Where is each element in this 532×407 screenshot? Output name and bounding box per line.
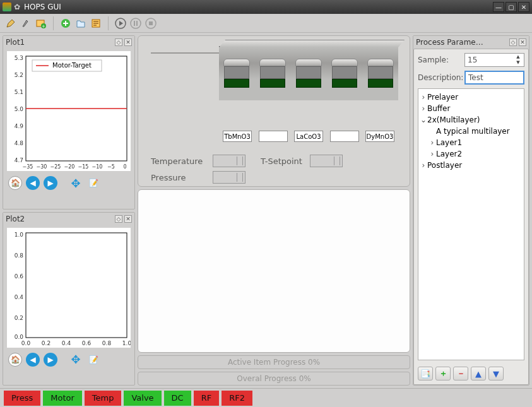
tree-item[interactable]: ›Buffer: [420, 103, 523, 114]
play-icon[interactable]: [114, 16, 127, 30]
tree-up-button[interactable]: ▲: [471, 367, 486, 380]
close-button[interactable]: ✕: [518, 2, 529, 12]
plot1-home-icon[interactable]: 🏠: [8, 176, 22, 190]
svg-rect-7: [134, 21, 135, 26]
tree-remove-button[interactable]: －: [453, 367, 468, 380]
plot1-close-button[interactable]: ✕: [124, 38, 132, 46]
plot1-config-icon[interactable]: 📝: [86, 176, 100, 190]
cassette-5[interactable]: [367, 59, 394, 100]
plot2-close-button[interactable]: ✕: [124, 215, 132, 223]
tree-item[interactable]: ›Prelayer: [420, 91, 523, 103]
cassette-2-label[interactable]: [259, 131, 288, 142]
plot2-float-button[interactable]: ◇: [115, 215, 122, 223]
cassette-3[interactable]: [295, 59, 322, 100]
cassette-1-label[interactable]: TbMnO3: [223, 131, 252, 142]
main-toolbar: +: [0, 14, 532, 33]
status-press[interactable]: Press: [4, 391, 40, 406]
svg-text:0.4: 0.4: [62, 340, 71, 346]
plot2-config-icon[interactable]: 📝: [86, 353, 100, 367]
cassette-2[interactable]: [259, 59, 287, 100]
plot2-toolbar: 🏠 ◀ ▶ ✥ 📝: [3, 350, 134, 370]
plot2-back-icon[interactable]: ◀: [26, 353, 40, 367]
svg-point-6: [131, 18, 141, 28]
tree-item[interactable]: ›Layer2: [420, 148, 523, 160]
status-rf2[interactable]: RF2: [222, 391, 252, 406]
svg-text:−5: −5: [107, 164, 115, 170]
add-icon[interactable]: [59, 16, 73, 30]
open-icon[interactable]: [74, 16, 88, 30]
svg-text:1.0: 1.0: [15, 232, 24, 238]
pressure-label: Pressure: [151, 173, 208, 182]
svg-text:−35: −35: [23, 164, 33, 170]
overall-progress: Overal Progress 0%: [138, 372, 410, 386]
tree-item[interactable]: ›Postlayer: [420, 160, 523, 171]
svg-text:0.6: 0.6: [15, 273, 24, 280]
svg-text:1.0: 1.0: [122, 340, 131, 346]
plot1-canvas[interactable]: 5.3 5.2 5.1 5.0 4.9 4.8 4.7 −35 −30 −25: [7, 51, 131, 171]
window-menu-icon[interactable]: ✿: [14, 3, 20, 11]
minimize-button[interactable]: —: [493, 2, 504, 12]
tree-item[interactable]: ⌄2x(Multilayer): [420, 114, 523, 126]
status-valve[interactable]: Valve: [124, 391, 161, 406]
log-panel[interactable]: [138, 189, 410, 353]
plot2-panel: Plot2 ◇ ✕ 1.0 0.8 0.6 0.4 0.2 0.0: [3, 212, 135, 386]
svg-text:0.8: 0.8: [102, 340, 112, 346]
cassette-5-label[interactable]: DyMnO3: [365, 131, 394, 142]
svg-text:5.3: 5.3: [15, 55, 23, 61]
edit-icon[interactable]: [4, 16, 18, 30]
tree-import-button[interactable]: 📑: [418, 367, 433, 380]
tree-add-button[interactable]: ＋: [435, 367, 451, 380]
cassette-3-label[interactable]: LaCoO3: [294, 131, 323, 142]
cassette-1[interactable]: [223, 59, 251, 100]
tree-item[interactable]: A typical multilayer: [420, 126, 523, 137]
tree-item[interactable]: ›Layer1: [420, 137, 523, 148]
status-temp[interactable]: Temp: [85, 391, 122, 406]
svg-text:0.2: 0.2: [42, 340, 50, 346]
maximize-button[interactable]: ▢: [505, 2, 517, 12]
image-add-icon[interactable]: +: [34, 16, 48, 30]
process-close-button[interactable]: ✕: [519, 38, 526, 46]
process-parameters-panel: Process Parame… ◇ ✕ Sample: 15 ▲▼ Descri…: [413, 35, 529, 386]
svg-text:4.7: 4.7: [15, 157, 23, 163]
plot1-forward-icon[interactable]: ▶: [44, 176, 57, 190]
description-input[interactable]: Test: [464, 71, 524, 85]
pick-icon[interactable]: [19, 16, 33, 30]
sample-up-icon[interactable]: ▲: [514, 54, 523, 60]
pressure-readout[interactable]: [213, 171, 245, 184]
svg-text:−20: −20: [64, 164, 75, 170]
svg-rect-10: [149, 21, 153, 25]
svg-text:5.2: 5.2: [15, 72, 23, 78]
cassette-4[interactable]: [331, 59, 358, 100]
svg-text:+: +: [42, 24, 45, 28]
stop-icon[interactable]: [144, 16, 158, 30]
tsetpoint-readout[interactable]: [310, 155, 343, 167]
status-motor[interactable]: Motor: [43, 391, 82, 406]
status-rf[interactable]: RF: [194, 391, 220, 406]
plot1-legend: Motor-Target: [52, 62, 92, 69]
pause-icon[interactable]: [129, 16, 143, 30]
process-float-button[interactable]: ◇: [509, 38, 517, 46]
svg-text:−10: −10: [92, 164, 103, 170]
plot1-float-button[interactable]: ◇: [115, 38, 122, 46]
tree-down-button[interactable]: ▼: [488, 367, 504, 380]
plot2-home-icon[interactable]: 🏠: [8, 353, 22, 367]
status-dc[interactable]: DC: [164, 391, 191, 406]
sample-label: Sample:: [418, 56, 462, 64]
plot2-pan-icon[interactable]: ✥: [69, 353, 83, 367]
temperature-readout[interactable]: [213, 155, 245, 167]
plot1-pan-icon[interactable]: ✥: [69, 176, 83, 190]
svg-text:5.0: 5.0: [15, 106, 24, 112]
svg-text:0.0: 0.0: [21, 340, 31, 346]
svg-text:−30: −30: [37, 164, 47, 170]
svg-text:4.9: 4.9: [15, 123, 24, 129]
script-icon[interactable]: [89, 16, 103, 30]
svg-text:4.8: 4.8: [15, 140, 24, 146]
sample-down-icon[interactable]: ▼: [514, 60, 523, 66]
plot2-canvas[interactable]: 1.0 0.8 0.6 0.4 0.2 0.0 0.0 0.2 0.4 0.6: [7, 228, 131, 348]
plot1-back-icon[interactable]: ◀: [26, 176, 40, 190]
sample-spinbox[interactable]: 15 ▲▼: [464, 53, 524, 67]
cassette-4-label[interactable]: [330, 131, 359, 142]
plot2-forward-icon[interactable]: ▶: [44, 353, 57, 367]
process-tree[interactable]: ›Prelayer›Buffer⌄2x(Multilayer)A typical…: [418, 88, 524, 360]
status-bar: PressMotorTempValveDCRFRF2: [0, 388, 532, 407]
